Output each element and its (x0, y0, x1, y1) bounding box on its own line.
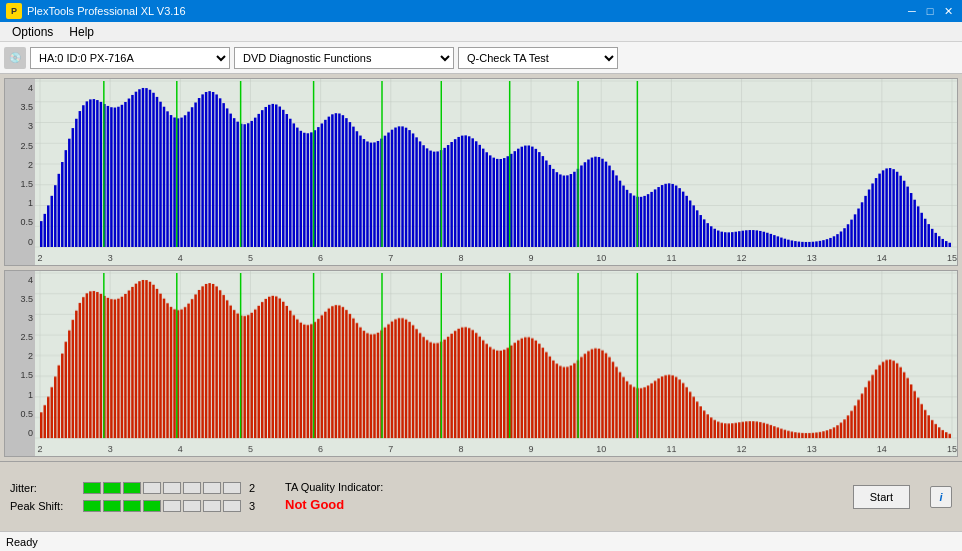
top-chart-container: 4 3.5 3 2.5 2 1.5 1 0.5 0 (4, 78, 958, 266)
progress-segment (203, 500, 221, 512)
jitter-row: Jitter: 2 (10, 482, 265, 494)
bottom-chart-area (35, 271, 957, 457)
menubar: Options Help (0, 22, 962, 42)
top-chart-canvas (35, 79, 957, 265)
progress-segment (163, 500, 181, 512)
top-y-axis: 4 3.5 3 2.5 2 1.5 1 0.5 0 (5, 79, 35, 265)
progress-segment (223, 482, 241, 494)
app-icon: P (6, 3, 22, 19)
progress-segment (83, 500, 101, 512)
progress-segment (103, 482, 121, 494)
top-chart-area (35, 79, 957, 265)
start-button[interactable]: Start (853, 485, 910, 509)
jitter-value: 2 (249, 482, 265, 494)
minimize-button[interactable]: ─ (904, 3, 920, 19)
maximize-button[interactable]: □ (922, 3, 938, 19)
menu-help[interactable]: Help (61, 23, 102, 41)
progress-segment (83, 482, 101, 494)
progress-segment (123, 482, 141, 494)
info-button[interactable]: i (930, 486, 952, 508)
ta-value: Not Good (285, 497, 344, 512)
progress-segment (143, 500, 161, 512)
jitter-progress (83, 482, 241, 494)
ta-label: TA Quality Indicator: (285, 481, 383, 493)
ta-section: TA Quality Indicator: Not Good (285, 481, 383, 512)
peak-shift-label: Peak Shift: (10, 500, 75, 512)
peak-shift-row: Peak Shift: 3 (10, 500, 265, 512)
progress-segment (143, 482, 161, 494)
drive-icon: 💿 (4, 47, 26, 69)
window-title: PlexTools Professional XL V3.16 (27, 5, 904, 17)
bottom-y-axis: 4 3.5 3 2.5 2 1.5 1 0.5 0 (5, 271, 35, 457)
statusbar: Ready (0, 531, 962, 551)
mode-select[interactable]: Q-Check TA Test (458, 47, 618, 69)
bottom-chart-canvas (35, 271, 957, 457)
progress-segment (183, 500, 201, 512)
main-content: 4 3.5 3 2.5 2 1.5 1 0.5 0 4 3.5 3 2.5 2 … (0, 74, 962, 461)
titlebar: P PlexTools Professional XL V3.16 ─ □ ✕ (0, 0, 962, 22)
progress-segment (203, 482, 221, 494)
drive-select[interactable]: HA:0 ID:0 PX-716A (30, 47, 230, 69)
status-text: Ready (6, 536, 38, 548)
menu-options[interactable]: Options (4, 23, 61, 41)
progress-segment (103, 500, 121, 512)
peak-shift-progress (83, 500, 241, 512)
peak-shift-value: 3 (249, 500, 265, 512)
progress-segment (183, 482, 201, 494)
jitter-label: Jitter: (10, 482, 75, 494)
bottom-panel: Jitter: 2 Peak Shift: 3 TA Quality Indic… (0, 461, 962, 531)
function-select[interactable]: DVD Diagnostic Functions (234, 47, 454, 69)
progress-segment (123, 500, 141, 512)
close-button[interactable]: ✕ (940, 3, 956, 19)
bottom-chart-container: 4 3.5 3 2.5 2 1.5 1 0.5 0 (4, 270, 958, 458)
progress-segment (223, 500, 241, 512)
window-controls: ─ □ ✕ (904, 3, 956, 19)
metrics-section: Jitter: 2 Peak Shift: 3 (10, 482, 265, 512)
toolbar: 💿 HA:0 ID:0 PX-716A DVD Diagnostic Funct… (0, 42, 962, 74)
progress-segment (163, 482, 181, 494)
